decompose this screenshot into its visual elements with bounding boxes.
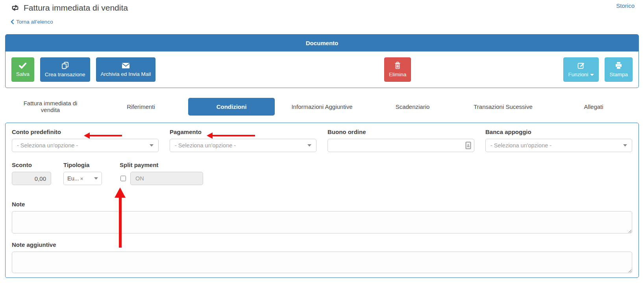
field-note-aggiuntive: Note aggiuntive bbox=[12, 241, 632, 273]
archive-send-mail-button[interactable]: Archivia ed Invia Mail bbox=[96, 57, 156, 82]
split-payment-on-input bbox=[130, 172, 203, 185]
field-split-payment: Split payment bbox=[120, 162, 203, 185]
tipologia-value: Eu... bbox=[67, 175, 79, 182]
field-banca-appoggio: Banca appoggio - Seleziona un'opzione - bbox=[485, 129, 632, 152]
split-payment-label: Split payment bbox=[120, 162, 203, 168]
tab-scadenziario[interactable]: Scadenziario bbox=[367, 101, 458, 112]
pagamento-label: Pagamento bbox=[170, 129, 316, 135]
retweet-icon bbox=[11, 4, 20, 11]
tab-bar: Fattura immediata di vendita Riferimenti… bbox=[5, 94, 639, 119]
note-label: Note bbox=[12, 201, 632, 208]
sconto-input[interactable] bbox=[12, 172, 51, 185]
conto-predefinito-label: Conto predefinito bbox=[12, 129, 159, 135]
condizioni-panel: Conto predefinito - Seleziona un'opzione… bbox=[5, 123, 639, 278]
tipologia-select[interactable]: Eu... × bbox=[63, 172, 102, 185]
field-sconto: Sconto bbox=[12, 162, 51, 185]
note-textarea[interactable] bbox=[12, 211, 632, 233]
tab-transazioni-sucessive[interactable]: Transazioni Sucessive bbox=[458, 101, 548, 112]
page-title: Fattura immediata di vendita bbox=[11, 3, 128, 13]
document-panel-heading: Documento bbox=[6, 35, 638, 51]
document-toolbar: Salva Crea transazione Archivia ed Invia… bbox=[6, 51, 638, 88]
archive-send-mail-label: Archivia ed Invia Mail bbox=[101, 71, 151, 77]
field-buono-ordine: Buono ordine bbox=[328, 129, 474, 152]
tab-fattura-immediata[interactable]: Fattura immediata di vendita bbox=[5, 97, 96, 116]
chevron-left-icon bbox=[11, 19, 14, 24]
edit-icon bbox=[577, 62, 585, 69]
chevron-down-icon bbox=[307, 144, 311, 147]
trash-icon bbox=[394, 62, 401, 69]
page-header: Fattura immediata di vendita Storico bbox=[0, 0, 644, 13]
tab-informazioni-aggiuntive[interactable]: Informazioni Aggiuntive bbox=[277, 101, 367, 112]
functions-dropdown-button[interactable]: Funzioni bbox=[563, 57, 599, 82]
check-icon bbox=[19, 62, 26, 69]
tab-riferimenti[interactable]: Riferimenti bbox=[96, 101, 186, 112]
printer-icon bbox=[615, 62, 622, 69]
functions-button-label: Funzioni bbox=[568, 72, 594, 77]
chevron-down-icon bbox=[150, 144, 154, 147]
pagamento-select[interactable]: - Seleziona un'opzione - bbox=[170, 139, 316, 152]
caret-down-icon bbox=[590, 74, 594, 76]
breadcrumb: Torna all'elenco bbox=[11, 19, 644, 25]
banca-appoggio-select[interactable]: - Seleziona un'opzione - bbox=[485, 139, 632, 152]
create-transaction-label: Crea transazione bbox=[45, 72, 85, 77]
delete-button[interactable]: Elimina bbox=[384, 57, 411, 82]
document-panel: Documento Salva Crea transazione Archivi… bbox=[5, 34, 639, 88]
banca-appoggio-label: Banca appoggio bbox=[485, 129, 632, 135]
split-payment-checkbox[interactable] bbox=[120, 176, 126, 181]
copy-icon bbox=[61, 62, 69, 69]
chevron-down-icon bbox=[94, 177, 98, 180]
field-pagamento: Pagamento - Seleziona un'opzione - bbox=[170, 129, 316, 152]
remove-selection-icon[interactable]: × bbox=[80, 176, 83, 182]
field-tipologia: Tipologia Eu... × bbox=[63, 162, 102, 185]
note-aggiuntive-textarea[interactable] bbox=[12, 252, 632, 273]
banca-appoggio-placeholder: - Seleziona un'opzione - bbox=[490, 142, 551, 149]
print-button-label: Stampa bbox=[609, 72, 628, 77]
conto-predefinito-placeholder: - Seleziona un'opzione - bbox=[17, 142, 78, 149]
buono-ordine-input[interactable] bbox=[328, 139, 474, 152]
buono-ordine-label: Buono ordine bbox=[328, 129, 474, 135]
create-transaction-button[interactable]: Crea transazione bbox=[40, 57, 90, 82]
delete-button-label: Elimina bbox=[389, 72, 406, 77]
save-button-label: Salva bbox=[16, 71, 30, 77]
field-conto-predefinito: Conto predefinito - Seleziona un'opzione… bbox=[12, 129, 159, 152]
field-note: Note bbox=[12, 201, 632, 233]
sconto-label: Sconto bbox=[12, 162, 51, 168]
conto-predefinito-select[interactable]: - Seleziona un'opzione - bbox=[12, 139, 159, 152]
back-to-list-link[interactable]: Torna all'elenco bbox=[16, 19, 53, 25]
save-button[interactable]: Salva bbox=[11, 57, 34, 82]
chevron-down-icon bbox=[623, 144, 627, 147]
note-aggiuntive-label: Note aggiuntive bbox=[12, 241, 632, 248]
storico-link[interactable]: Storico bbox=[616, 2, 635, 9]
tab-condizioni[interactable]: Condizioni bbox=[188, 98, 275, 116]
page-title-text: Fattura immediata di vendita bbox=[24, 3, 128, 13]
autofill-icon[interactable] bbox=[465, 141, 471, 149]
envelope-icon bbox=[122, 62, 130, 69]
print-button[interactable]: Stampa bbox=[605, 57, 633, 82]
pagamento-placeholder: - Seleziona un'opzione - bbox=[175, 142, 236, 149]
tab-allegati[interactable]: Allegati bbox=[548, 101, 639, 112]
tipologia-label: Tipologia bbox=[63, 162, 102, 168]
